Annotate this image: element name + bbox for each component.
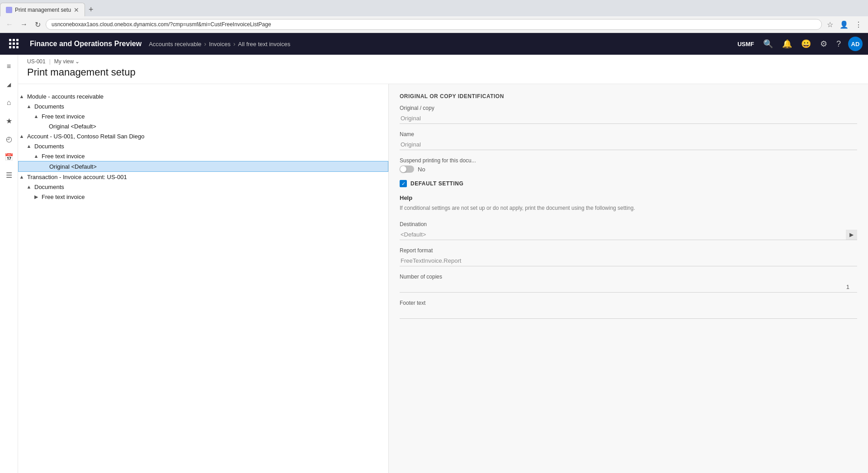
browser-tab[interactable]: Print management setu ✕ [0, 3, 85, 16]
tree-node-documents3[interactable]: ▲Documents [18, 182, 388, 192]
destination-label: Destination [400, 221, 857, 227]
section-title-identification: ORIGINAL OR COPY IDENTIFICATION [400, 93, 857, 99]
help-text: If conditional settings are not set up o… [400, 204, 857, 212]
tree-node-original_default1[interactable]: Original <Default> [18, 121, 388, 131]
sidebar-calendar-button[interactable]: 📅 [1, 149, 17, 165]
page-title: Print management setup [27, 66, 859, 78]
sidebar-list-button[interactable]: ☰ [1, 167, 17, 183]
tree-node-documents2[interactable]: ▲Documents [18, 141, 388, 151]
tree-toggle-account[interactable]: ▲ [18, 132, 25, 140]
tree-label-fti1: Free text invoice [40, 113, 85, 120]
sidebar-filter-button[interactable]: ◢ [1, 76, 17, 93]
footer-text-label: Footer text [400, 300, 857, 306]
tree-toggle-fti1[interactable]: ▲ [33, 113, 40, 120]
tree-node-transaction[interactable]: ▲Transaction - Invoice account: US-001 [18, 172, 388, 182]
company-code: USMF [734, 41, 758, 47]
suspend-print-value: No [418, 166, 425, 173]
sidebar-home-button[interactable]: ⌂ [1, 95, 17, 111]
forward-button[interactable]: → [18, 19, 30, 29]
tree-toggle-documents2[interactable]: ▲ [25, 142, 33, 150]
tree-label-original_default2: Original <Default> [47, 163, 97, 170]
company-code-label: US-001 [27, 58, 46, 65]
tree-toggle-documents1[interactable]: ▲ [25, 103, 33, 110]
settings-button[interactable]: ⚙ [816, 37, 831, 51]
waffle-menu[interactable] [5, 35, 23, 52]
copies-field: Number of copies [400, 274, 857, 293]
tree-toggle-original_default2 [40, 163, 47, 170]
tree-label-original_default1: Original <Default> [47, 123, 96, 130]
tree-label-account: Account - US-001, Contoso Retail San Die… [25, 133, 144, 140]
tree-node-account[interactable]: ▲Account - US-001, Contoso Retail San Di… [18, 131, 388, 141]
menu-button[interactable]: ⋮ [853, 19, 864, 30]
tree-label-module: Module - accounts receivable [25, 93, 104, 100]
default-setting-title: DEFAULT SETTING [410, 180, 463, 187]
tree-node-fti1[interactable]: ▲Free text invoice [18, 111, 388, 121]
page-header: US-001 | My view ⌄ Print management setu… [18, 55, 868, 84]
tab-close-button[interactable]: ✕ [74, 6, 79, 14]
copies-label: Number of copies [400, 274, 857, 280]
tree-node-module[interactable]: ▲Module - accounts receivable [18, 91, 388, 101]
breadcrumb-accounts-receivable[interactable]: Accounts receivable [149, 41, 201, 47]
tree-toggle-documents3[interactable]: ▲ [25, 183, 33, 190]
help-section: Help If conditional settings are not set… [400, 194, 857, 212]
address-bar[interactable] [46, 19, 822, 30]
footer-text-field: Footer text [400, 300, 857, 319]
user-avatar[interactable]: AD [848, 37, 863, 51]
tree-pane: ▲Module - accounts receivable▲Documents▲… [18, 84, 389, 473]
suspend-print-toggle[interactable] [400, 166, 414, 173]
tree-label-documents2: Documents [33, 143, 64, 150]
sidebar-recent-button[interactable]: ◴ [1, 131, 17, 147]
default-setting-header: ✓ DEFAULT SETTING [400, 180, 857, 187]
breadcrumb: Accounts receivable › Invoices › All fre… [149, 40, 734, 47]
help-title: Help [400, 194, 857, 201]
back-button[interactable]: ← [4, 19, 15, 29]
bookmark-button[interactable]: ☆ [825, 19, 835, 30]
view-selector[interactable]: My view ⌄ [54, 58, 80, 65]
app-title: Finance and Operations Preview [23, 40, 149, 48]
destination-input[interactable] [400, 229, 846, 240]
profile-button[interactable]: 👤 [837, 19, 851, 30]
tree-label-documents1: Documents [33, 103, 64, 110]
new-tab-button[interactable]: + [85, 5, 97, 14]
sidebar-favorites-button[interactable]: ★ [1, 113, 17, 129]
tree-toggle-original_default1 [40, 123, 47, 130]
tree-toggle-fti2[interactable]: ▲ [33, 152, 40, 160]
copies-input[interactable] [400, 282, 857, 293]
name-input[interactable] [400, 139, 857, 150]
refresh-button[interactable]: ↻ [33, 19, 43, 30]
name-field: Name [400, 131, 857, 150]
tree-label-fti3: Free text invoice [40, 194, 85, 200]
tree-toggle-transaction[interactable]: ▲ [18, 173, 25, 180]
emoji-button[interactable]: 😀 [797, 37, 815, 51]
destination-navigate-button[interactable]: ▶ [846, 230, 857, 240]
destination-field: Destination ▶ [400, 221, 857, 240]
suspend-print-field: Suspend printing for this docu... No [400, 157, 857, 173]
footer-text-input[interactable] [400, 308, 857, 319]
report-format-input[interactable] [400, 255, 857, 266]
tree-node-documents1[interactable]: ▲Documents [18, 101, 388, 111]
sidebar-icons: ≡ ◢ ⌂ ★ ◴ 📅 ☰ [0, 55, 18, 473]
name-label: Name [400, 131, 857, 137]
tree-toggle-fti3[interactable]: ▶ [33, 193, 40, 200]
detail-pane: ORIGINAL OR COPY IDENTIFICATION Original… [389, 84, 868, 473]
suspend-print-label: Suspend printing for this docu... [400, 157, 857, 164]
original-copy-field: Original / copy [400, 105, 857, 124]
tree-node-fti3[interactable]: ▶Free text invoice [18, 192, 388, 202]
tree-node-fti2[interactable]: ▲Free text invoice [18, 151, 388, 161]
search-button[interactable]: 🔍 [760, 37, 777, 51]
original-copy-label: Original / copy [400, 105, 857, 111]
help-button[interactable]: ? [833, 38, 844, 51]
tab-favicon [6, 7, 12, 13]
breadcrumb-all-free-text-invoices[interactable]: All free text invoices [238, 41, 291, 47]
tree-label-fti2: Free text invoice [40, 153, 85, 160]
sidebar-menu-button[interactable]: ≡ [1, 58, 17, 75]
tree-node-original_default2[interactable]: Original <Default> [18, 161, 388, 172]
tree-label-transaction: Transaction - Invoice account: US-001 [25, 174, 127, 180]
notifications-button[interactable]: 🔔 [778, 37, 796, 51]
breadcrumb-invoices[interactable]: Invoices [209, 41, 231, 47]
original-copy-input[interactable] [400, 113, 857, 124]
default-setting-checkbox[interactable]: ✓ [400, 180, 407, 187]
tree-label-documents3: Documents [33, 184, 64, 190]
report-format-label: Report format [400, 247, 857, 254]
tree-toggle-module[interactable]: ▲ [18, 93, 25, 100]
